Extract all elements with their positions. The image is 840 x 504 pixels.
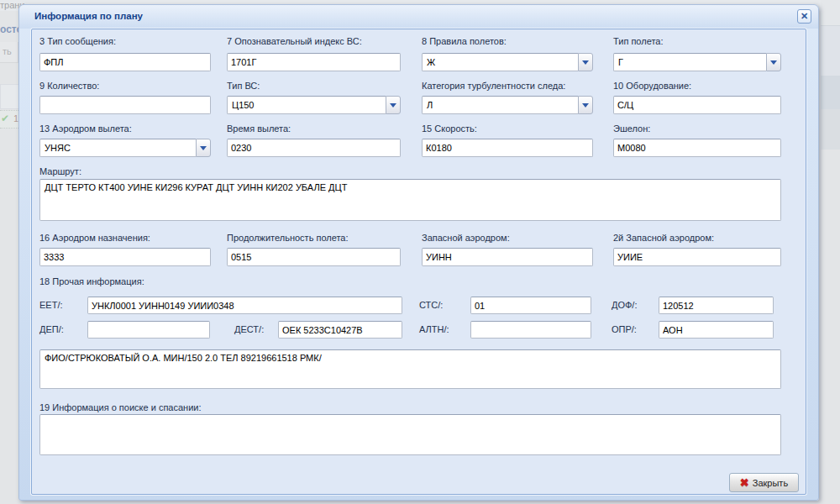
close-button-x-icon: ✖ <box>740 477 749 488</box>
alternate-aerodrome-label: Запасной аэродром: <box>422 233 510 243</box>
alternate-aerodrome-input[interactable] <box>422 248 593 266</box>
aircraft-id-input[interactable] <box>227 53 401 71</box>
departure-aerodrome-value: УНЯС <box>39 139 196 157</box>
chevron-down-icon[interactable] <box>578 53 593 71</box>
dof-input[interactable] <box>659 297 774 314</box>
number-label: 9 Количество: <box>39 81 99 91</box>
close-icon[interactable]: ✕ <box>797 9 811 24</box>
aircraft-type-value: Ц150 <box>227 96 386 114</box>
flight-type-combo[interactable]: Г <box>613 53 781 71</box>
altn-input[interactable] <box>470 321 591 339</box>
opr-label: ОПР/: <box>612 324 637 334</box>
equipment-input[interactable] <box>613 96 781 114</box>
wake-turbulence-combo[interactable]: Л <box>422 96 593 114</box>
departure-aerodrome-combo[interactable]: УНЯС <box>39 139 211 157</box>
departure-aerodrome-label: 13 Аэродром вылета: <box>39 123 132 134</box>
wake-turbulence-label: Категория турбулентности следа: <box>422 81 565 91</box>
eet-label: ЕЕТ/: <box>39 300 63 310</box>
route-label: Маршрут: <box>39 166 81 176</box>
flight-rules-value: Ж <box>422 53 578 71</box>
level-label: Эшелон: <box>613 123 650 134</box>
msg-type-input[interactable] <box>39 53 211 71</box>
speed-input[interactable] <box>422 139 593 157</box>
level-input[interactable] <box>613 139 781 157</box>
sar-info-textarea[interactable] <box>39 414 781 455</box>
msg-type-label: 3 Тип сообщения: <box>39 36 116 46</box>
flight-rules-combo[interactable]: Ж <box>422 53 593 71</box>
second-alternate-aerodrome-input[interactable] <box>613 248 781 266</box>
second-alternate-aerodrome-label: 2й Запасной аэродром: <box>613 233 714 243</box>
aircraft-id-label: 7 Опознавательный индекс ВС: <box>227 36 362 46</box>
route-textarea[interactable]: ДЦТ ТЕРТО КТ400 УИНЕ КИ296 КУРАТ ДЦТ УИН… <box>39 179 781 221</box>
chevron-down-icon[interactable] <box>766 53 781 71</box>
close-button[interactable]: ✖ Закрыть <box>729 473 799 492</box>
equipment-label: 10 Оборудование: <box>613 81 691 91</box>
dialog-body: 3 Тип сообщения: 7 Опознавательный индек… <box>31 29 806 495</box>
other-info-textarea[interactable]: ФИО/СТРЮКОВАТЫЙ О.А. МИН/150 2.0 ТЕЛ 892… <box>39 349 781 389</box>
other-info-label: 18 Прочая информация: <box>39 276 144 286</box>
destination-aerodrome-label: 16 Аэродром назначения: <box>39 233 150 243</box>
sts-input[interactable] <box>470 297 591 314</box>
chevron-down-icon[interactable] <box>196 139 211 157</box>
chevron-down-icon[interactable] <box>386 96 401 114</box>
dest-input[interactable] <box>278 321 402 339</box>
opr-input[interactable] <box>659 321 774 339</box>
sts-label: СТС/: <box>419 300 443 310</box>
chevron-down-icon[interactable] <box>578 96 593 114</box>
flight-rules-label: 8 Правила полетов: <box>422 36 507 46</box>
speed-label: 15 Скорость: <box>422 123 477 134</box>
wake-turbulence-value: Л <box>422 96 578 114</box>
dep-label: ДЕП/: <box>39 324 64 334</box>
dep-input[interactable] <box>87 321 210 339</box>
number-input[interactable] <box>39 96 211 114</box>
flight-type-value: Г <box>613 53 766 71</box>
aircraft-type-combo[interactable]: Ц150 <box>227 96 401 114</box>
dest-label: ДЕСТ/: <box>234 324 264 334</box>
close-button-label: Закрыть <box>753 478 788 488</box>
flight-duration-input[interactable] <box>227 248 401 266</box>
flight-type-label: Тип полета: <box>613 36 664 46</box>
sar-info-label: 19 Информация о поиске и спасании: <box>39 402 202 412</box>
flight-duration-label: Продолжительность полета: <box>227 233 349 243</box>
altn-label: АЛТН/: <box>419 324 449 334</box>
dialog-titlebar[interactable]: Информация по плану ✕ <box>19 5 818 29</box>
aircraft-type-label: Тип ВС: <box>227 81 260 91</box>
departure-time-label: Время вылета: <box>227 123 291 134</box>
destination-aerodrome-input[interactable] <box>39 248 211 266</box>
plan-info-dialog: Информация по плану ✕ 3 Тип сообщения: 7… <box>18 4 819 501</box>
dialog-title: Информация по плану <box>34 11 143 21</box>
eet-input[interactable] <box>87 297 402 314</box>
dof-label: ДОФ/: <box>612 300 637 310</box>
departure-time-input[interactable] <box>227 139 401 157</box>
